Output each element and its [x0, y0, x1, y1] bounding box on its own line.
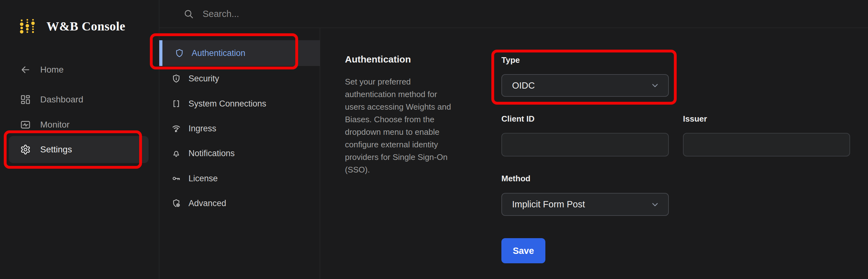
chevron-down-icon: [650, 81, 660, 91]
app-title: W&B Console: [46, 19, 125, 34]
sidebar-item-label: Home: [40, 65, 64, 75]
client-id-input[interactable]: [501, 133, 669, 156]
settings-nav-label: Ingress: [188, 124, 216, 133]
issuer-input[interactable]: [683, 133, 850, 156]
left-sidebar: W&B Console Home Dashboard Monitor: [0, 0, 159, 279]
settings-nav-label: Security: [188, 74, 219, 84]
page-title: Authentication: [345, 54, 411, 65]
sidebar-item-label: Dashboard: [40, 95, 83, 104]
settings-nav-item-notifications[interactable]: Notifications: [159, 141, 320, 166]
settings-nav-label: Advanced: [188, 198, 226, 208]
settings-nav-label: Notifications: [188, 149, 235, 158]
ingress-icon: [172, 124, 181, 133]
type-dropdown[interactable]: OIDC: [501, 74, 669, 97]
sidebar-item-home[interactable]: Home: [20, 62, 64, 78]
search-input[interactable]: [202, 8, 423, 20]
issuer-label: Issuer: [683, 114, 707, 124]
settings-nav-item-advanced[interactable]: Advanced: [159, 190, 320, 216]
monitor-icon: [20, 119, 31, 130]
settings-nav-label: Authentication: [192, 49, 245, 58]
client-id-label: Client ID: [501, 114, 534, 124]
method-dropdown-value: Implicit Form Post: [512, 199, 585, 210]
shield-cog-icon: [172, 198, 181, 208]
sidebar-item-dashboard[interactable]: Dashboard: [20, 91, 83, 108]
settings-nav-item-authentication[interactable]: Authentication: [159, 40, 320, 66]
brackets-icon: [172, 99, 181, 108]
gear-icon: [20, 144, 31, 155]
topbar: [159, 0, 868, 28]
settings-nav-item-license[interactable]: License: [159, 165, 320, 191]
app-logo: W&B Console: [19, 18, 125, 34]
dashboard-icon: [20, 94, 31, 105]
bell-icon: [172, 149, 181, 158]
sidebar-item-label: Settings: [40, 145, 72, 155]
shield-icon: [175, 49, 184, 58]
method-label: Method: [501, 174, 530, 184]
type-dropdown-value: OIDC: [512, 81, 535, 91]
settings-nav-item-system-connections[interactable]: System Connections: [159, 91, 320, 117]
page-description: Set your preferred authentication method…: [345, 75, 459, 176]
settings-nav-label: System Connections: [188, 99, 267, 109]
wandb-console-app: W&B Console Home Dashboard Monitor: [0, 0, 868, 279]
save-button[interactable]: Save: [501, 238, 546, 263]
settings-nav-item-ingress[interactable]: Ingress: [159, 116, 320, 142]
method-dropdown[interactable]: Implicit Form Post: [501, 193, 669, 216]
active-indicator-bar: [159, 40, 162, 66]
arrow-left-icon: [20, 64, 31, 75]
type-label: Type: [501, 55, 520, 65]
settings-nav-item-security[interactable]: Security: [159, 66, 320, 91]
sidebar-item-label: Monitor: [40, 120, 69, 130]
search-icon: [183, 8, 194, 19]
key-icon: [172, 174, 181, 183]
wandb-dots-logo-icon: [19, 18, 36, 34]
shield-info-icon: [172, 74, 181, 83]
settings-nav-label: License: [188, 174, 218, 184]
settings-nav: Authentication Security System Connectio…: [159, 28, 320, 279]
sidebar-item-settings[interactable]: Settings: [9, 136, 149, 163]
sidebar-item-monitor[interactable]: Monitor: [20, 117, 69, 133]
chevron-down-icon: [650, 199, 660, 210]
